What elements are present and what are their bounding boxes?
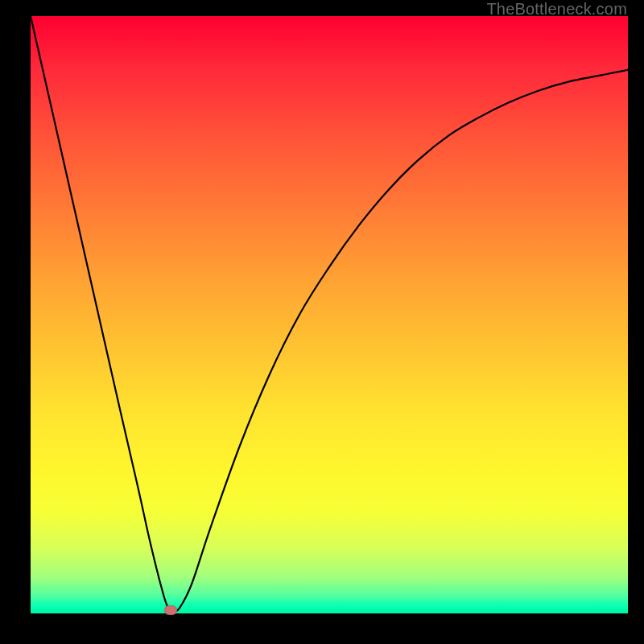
watermark-text: TheBottleneck.com	[486, 0, 627, 19]
bottleneck-curve	[31, 16, 628, 613]
plot-area	[31, 16, 628, 613]
curve-path	[31, 16, 628, 611]
minimum-marker	[164, 605, 177, 615]
chart-frame: TheBottleneck.com	[0, 0, 644, 644]
